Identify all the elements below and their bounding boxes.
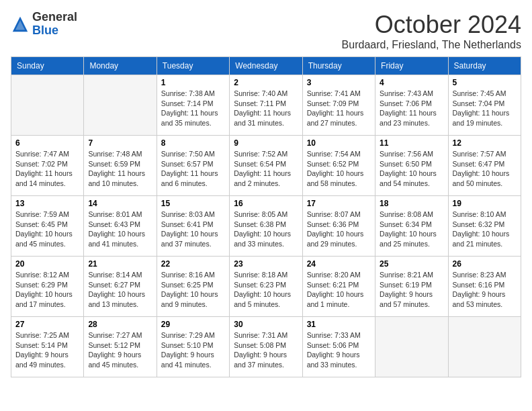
week-row: 27Sunrise: 7:25 AMSunset: 5:14 PMDayligh… bbox=[11, 317, 521, 377]
day-info: Sunrise: 7:27 AMSunset: 5:12 PMDaylight:… bbox=[88, 330, 152, 370]
weekday-header: Monday bbox=[84, 57, 157, 75]
title-block: October 2024 Burdaard, Friesland, The Ne… bbox=[342, 11, 521, 51]
day-number: 9 bbox=[234, 138, 298, 148]
calendar-day: 1Sunrise: 7:38 AMSunset: 7:14 PMDaylight… bbox=[157, 75, 229, 136]
day-info: Sunrise: 8:18 AMSunset: 6:23 PMDaylight:… bbox=[234, 270, 298, 310]
day-info: Sunrise: 7:48 AMSunset: 6:59 PMDaylight:… bbox=[88, 149, 152, 189]
calendar-day: 20Sunrise: 8:12 AMSunset: 6:29 PMDayligh… bbox=[11, 257, 84, 317]
day-info: Sunrise: 7:43 AMSunset: 7:06 PMDaylight:… bbox=[380, 89, 443, 128]
weekday-header-row: SundayMondayTuesdayWednesdayThursdayFrid… bbox=[11, 57, 521, 75]
day-number: 17 bbox=[307, 199, 371, 208]
day-number: 6 bbox=[15, 138, 79, 148]
day-number: 29 bbox=[161, 320, 225, 329]
day-info: Sunrise: 7:50 AMSunset: 6:57 PMDaylight:… bbox=[161, 149, 225, 189]
day-number: 13 bbox=[15, 199, 79, 208]
day-number: 28 bbox=[88, 320, 152, 329]
calendar-day bbox=[84, 75, 157, 136]
weekday-header: Sunday bbox=[11, 57, 84, 75]
day-info: Sunrise: 7:47 AMSunset: 7:02 PMDaylight:… bbox=[15, 149, 79, 189]
day-number: 3 bbox=[307, 78, 371, 87]
calendar-day: 23Sunrise: 8:18 AMSunset: 6:23 PMDayligh… bbox=[230, 257, 302, 317]
day-number: 4 bbox=[380, 78, 443, 87]
logo-general-text: General bbox=[32, 11, 77, 24]
day-number: 14 bbox=[88, 199, 152, 208]
day-number: 1 bbox=[161, 78, 225, 87]
day-info: Sunrise: 8:08 AMSunset: 6:34 PMDaylight:… bbox=[380, 210, 443, 249]
day-info: Sunrise: 8:07 AMSunset: 6:36 PMDaylight:… bbox=[307, 210, 371, 249]
calendar-day: 10Sunrise: 7:54 AMSunset: 6:52 PMDayligh… bbox=[302, 136, 375, 196]
calendar-day: 6Sunrise: 7:47 AMSunset: 7:02 PMDaylight… bbox=[11, 136, 84, 196]
logo: General Blue bbox=[11, 11, 77, 38]
day-number: 23 bbox=[234, 259, 298, 269]
calendar-day: 2Sunrise: 7:40 AMSunset: 7:11 PMDaylight… bbox=[230, 75, 302, 136]
day-number: 5 bbox=[453, 78, 517, 87]
logo-text: General Blue bbox=[32, 11, 77, 38]
calendar-day: 19Sunrise: 8:10 AMSunset: 6:32 PMDayligh… bbox=[448, 196, 521, 257]
calendar-day: 4Sunrise: 7:43 AMSunset: 7:06 PMDaylight… bbox=[375, 75, 448, 136]
day-info: Sunrise: 7:38 AMSunset: 7:14 PMDaylight:… bbox=[161, 89, 225, 128]
calendar-day: 22Sunrise: 8:16 AMSunset: 6:25 PMDayligh… bbox=[157, 257, 229, 317]
day-info: Sunrise: 8:12 AMSunset: 6:29 PMDaylight:… bbox=[15, 270, 79, 310]
day-info: Sunrise: 7:45 AMSunset: 7:04 PMDaylight:… bbox=[453, 89, 517, 128]
day-info: Sunrise: 7:52 AMSunset: 6:54 PMDaylight:… bbox=[234, 149, 298, 189]
day-info: Sunrise: 7:56 AMSunset: 6:50 PMDaylight:… bbox=[380, 149, 443, 189]
day-number: 25 bbox=[380, 259, 443, 269]
calendar-day: 17Sunrise: 8:07 AMSunset: 6:36 PMDayligh… bbox=[302, 196, 375, 257]
day-number: 12 bbox=[453, 138, 517, 148]
calendar-day: 8Sunrise: 7:50 AMSunset: 6:57 PMDaylight… bbox=[157, 136, 229, 196]
weekday-header: Wednesday bbox=[230, 57, 302, 75]
calendar-day: 18Sunrise: 8:08 AMSunset: 6:34 PMDayligh… bbox=[375, 196, 448, 257]
calendar-day: 13Sunrise: 7:59 AMSunset: 6:45 PMDayligh… bbox=[11, 196, 84, 257]
day-number: 20 bbox=[15, 259, 79, 269]
day-number: 8 bbox=[161, 138, 225, 148]
calendar-day: 24Sunrise: 8:20 AMSunset: 6:21 PMDayligh… bbox=[302, 257, 375, 317]
logo-icon bbox=[11, 15, 30, 34]
day-info: Sunrise: 7:25 AMSunset: 5:14 PMDaylight:… bbox=[15, 330, 79, 370]
day-info: Sunrise: 7:33 AMSunset: 5:06 PMDaylight:… bbox=[307, 330, 371, 370]
week-row: 20Sunrise: 8:12 AMSunset: 6:29 PMDayligh… bbox=[11, 257, 521, 317]
calendar-day: 15Sunrise: 8:03 AMSunset: 6:41 PMDayligh… bbox=[157, 196, 229, 257]
calendar-day: 7Sunrise: 7:48 AMSunset: 6:59 PMDaylight… bbox=[84, 136, 157, 196]
day-info: Sunrise: 7:57 AMSunset: 6:47 PMDaylight:… bbox=[453, 149, 517, 189]
calendar-day bbox=[448, 317, 521, 377]
week-row: 13Sunrise: 7:59 AMSunset: 6:45 PMDayligh… bbox=[11, 196, 521, 257]
calendar-day: 16Sunrise: 8:05 AMSunset: 6:38 PMDayligh… bbox=[230, 196, 302, 257]
calendar-day: 14Sunrise: 8:01 AMSunset: 6:43 PMDayligh… bbox=[84, 196, 157, 257]
day-info: Sunrise: 8:23 AMSunset: 6:16 PMDaylight:… bbox=[453, 270, 517, 310]
day-number: 31 bbox=[307, 320, 371, 329]
calendar-day: 3Sunrise: 7:41 AMSunset: 7:09 PMDaylight… bbox=[302, 75, 375, 136]
day-info: Sunrise: 8:20 AMSunset: 6:21 PMDaylight:… bbox=[307, 270, 371, 310]
day-info: Sunrise: 8:01 AMSunset: 6:43 PMDaylight:… bbox=[88, 210, 152, 249]
day-info: Sunrise: 7:59 AMSunset: 6:45 PMDaylight:… bbox=[15, 210, 79, 249]
day-number: 10 bbox=[307, 138, 371, 148]
day-info: Sunrise: 8:14 AMSunset: 6:27 PMDaylight:… bbox=[88, 270, 152, 310]
day-info: Sunrise: 7:41 AMSunset: 7:09 PMDaylight:… bbox=[307, 89, 371, 128]
calendar-day: 21Sunrise: 8:14 AMSunset: 6:27 PMDayligh… bbox=[84, 257, 157, 317]
calendar-day: 30Sunrise: 7:31 AMSunset: 5:08 PMDayligh… bbox=[230, 317, 302, 377]
week-row: 1Sunrise: 7:38 AMSunset: 7:14 PMDaylight… bbox=[11, 75, 521, 136]
calendar-day: 9Sunrise: 7:52 AMSunset: 6:54 PMDaylight… bbox=[230, 136, 302, 196]
calendar-table: SundayMondayTuesdayWednesdayThursdayFrid… bbox=[11, 56, 521, 377]
day-number: 18 bbox=[380, 199, 443, 208]
weekday-header: Thursday bbox=[302, 57, 375, 75]
day-info: Sunrise: 8:03 AMSunset: 6:41 PMDaylight:… bbox=[161, 210, 225, 249]
day-number: 7 bbox=[88, 138, 152, 148]
month-title: October 2024 bbox=[342, 11, 521, 39]
day-number: 27 bbox=[15, 320, 79, 329]
day-info: Sunrise: 8:21 AMSunset: 6:19 PMDaylight:… bbox=[380, 270, 443, 310]
calendar-day: 27Sunrise: 7:25 AMSunset: 5:14 PMDayligh… bbox=[11, 317, 84, 377]
calendar-day: 11Sunrise: 7:56 AMSunset: 6:50 PMDayligh… bbox=[375, 136, 448, 196]
weekday-header: Friday bbox=[375, 57, 448, 75]
day-number: 24 bbox=[307, 259, 371, 269]
day-number: 15 bbox=[161, 199, 225, 208]
day-info: Sunrise: 7:40 AMSunset: 7:11 PMDaylight:… bbox=[234, 89, 298, 128]
calendar-day bbox=[375, 317, 448, 377]
calendar-day: 29Sunrise: 7:29 AMSunset: 5:10 PMDayligh… bbox=[157, 317, 229, 377]
day-info: Sunrise: 8:05 AMSunset: 6:38 PMDaylight:… bbox=[234, 210, 298, 249]
calendar-day: 25Sunrise: 8:21 AMSunset: 6:19 PMDayligh… bbox=[375, 257, 448, 317]
day-number: 16 bbox=[234, 199, 298, 208]
day-number: 22 bbox=[161, 259, 225, 269]
page-header: General Blue October 2024 Burdaard, Frie… bbox=[11, 11, 521, 51]
day-info: Sunrise: 7:54 AMSunset: 6:52 PMDaylight:… bbox=[307, 149, 371, 189]
day-info: Sunrise: 7:29 AMSunset: 5:10 PMDaylight:… bbox=[161, 330, 225, 370]
